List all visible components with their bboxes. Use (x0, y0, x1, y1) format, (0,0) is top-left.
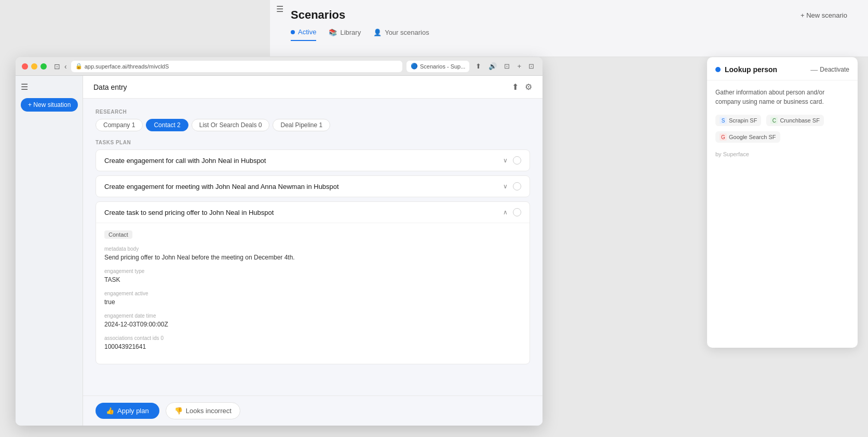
research-tab-deal[interactable]: Deal Pipeline 1 (273, 119, 330, 131)
extensions-icon[interactable]: ⊡ (526, 61, 536, 71)
task-2-title: Create engagement for meeting with John … (104, 183, 339, 190)
integration-crunchbase: C Crunchbase SF (766, 115, 823, 126)
looks-incorrect-button[interactable]: 👎 Looks incorrect (166, 402, 240, 419)
scenarios-header: Scenarios + New scenario (291, 0, 847, 22)
contact-badge: Contact (104, 230, 132, 239)
traffic-lights (22, 63, 47, 70)
address-text: app.superface.ai/threads/mivcldS (85, 63, 169, 70)
contact-field-group: Contact (104, 229, 521, 239)
hamburger-bg-icon[interactable]: ☰ (276, 4, 283, 14)
maximize-traffic-light[interactable] (40, 63, 47, 70)
task-2-chevron-icon[interactable]: ∨ (503, 183, 508, 190)
research-tabs: Company 1 Contact 2 List Or Search Deals… (96, 119, 530, 131)
google-icon: G (720, 133, 727, 141)
research-tab-contact[interactable]: Contact 2 (146, 119, 188, 131)
task-2-controls: ∨ (503, 182, 521, 190)
engagement-active-group: engagement active true (104, 291, 521, 306)
google-label: Google Search SF (729, 134, 776, 140)
minimize-traffic-light[interactable] (31, 63, 37, 70)
sound-icon[interactable]: 🔊 (486, 61, 499, 71)
engagement-type-value: TASK (104, 276, 521, 283)
task-1-title: Create engagement for call with John Nea… (104, 157, 266, 165)
tab-favicon: 🔵 (411, 63, 418, 70)
tab-your-scenarios[interactable]: 👤 Your scenarios (373, 28, 429, 41)
research-tab-list[interactable]: List Or Search Deals 0 (192, 119, 270, 131)
engagement-datetime-group: engagement date time 2024-12-03T09:00:00… (104, 313, 521, 328)
task-3-chevron-icon[interactable]: ∧ (503, 209, 508, 216)
integration-scrapin: S Scrapin SF (715, 115, 761, 126)
content-area: RESEARCH Company 1 Contact 2 List Or Sea… (83, 99, 542, 395)
top-bar-title: Data entry (93, 83, 127, 91)
browser-tab-controls: ⬆ 🔊 ⊡ + ⊡ (473, 61, 536, 71)
new-situation-button[interactable]: + New situation (21, 98, 78, 112)
lookup-description: Gather information about person and/or c… (715, 88, 849, 106)
lookup-title: Lookup person (725, 65, 777, 74)
browser-window: ⊡ ‹ 🔒 app.superface.ai/threads/mivcldS 🔵… (16, 57, 542, 426)
deactivate-area[interactable]: — Deactivate (810, 65, 849, 74)
task-1-circle-icon[interactable] (513, 156, 521, 165)
task-2-circle-icon[interactable] (513, 182, 521, 190)
thumbs-up-icon: 👍 (106, 407, 114, 415)
integration-google: G Google Search SF (715, 131, 780, 143)
scenarios-tabs: Active 📚 Library 👤 Your scenarios (291, 28, 847, 41)
research-label: RESEARCH (96, 109, 530, 115)
deactivate-label: Deactivate (820, 66, 849, 73)
scenarios-title: Scenarios (291, 8, 345, 22)
browser-tab[interactable]: 🔵 Scenarios - Sup... (406, 61, 469, 72)
tab-library[interactable]: 📚 Library (329, 28, 361, 41)
task-card-1-header[interactable]: Create engagement for call with John Nea… (96, 150, 530, 171)
engagement-datetime-label: engagement date time (104, 313, 521, 319)
tasks-plan-label: TASKS PLAN (96, 140, 530, 145)
tab-active[interactable]: Active (291, 28, 316, 41)
browser-content: ☰ + New situation Data entry ⬆ ⚙ RESEARC… (16, 76, 542, 426)
associations-value: 100043921641 (104, 343, 521, 350)
task-card-3-header[interactable]: Create task to send pricing offer to Joh… (96, 202, 530, 223)
main-content: Data entry ⬆ ⚙ RESEARCH Company 1 Contac… (83, 76, 542, 426)
task-3-controls: ∧ (503, 208, 521, 216)
scenarios-background: Scenarios + New scenario Active 📚 Librar… (270, 0, 868, 57)
task-3-expanded: Contact metadata body Send pricing offer… (96, 223, 530, 364)
metadata-body-value: Send pricing offer to John Neal before t… (104, 254, 521, 261)
new-scenario-button[interactable]: + New scenario (801, 11, 847, 19)
right-panel-body: Gather information about person and/or c… (707, 80, 858, 165)
metadata-body-label: metadata body (104, 246, 521, 252)
address-bar[interactable]: 🔒 app.superface.ai/threads/mivcldS (71, 61, 402, 72)
tab-label: Scenarios - Sup... (420, 63, 465, 70)
associations-group: associations contact ids 0 100043921641 (104, 335, 521, 350)
close-traffic-light[interactable] (22, 63, 28, 70)
top-bar-actions: ⬆ ⚙ (512, 82, 532, 92)
bottom-bar: 👍 Apply plan 👎 Looks incorrect (83, 395, 542, 426)
add-tab-icon[interactable]: + (515, 61, 523, 71)
metadata-body-group: metadata body Send pricing offer to John… (104, 246, 521, 261)
task-1-controls: ∨ (503, 156, 521, 165)
library-icon: 📚 (329, 29, 337, 36)
settings-icon[interactable]: ⚙ (525, 82, 532, 92)
task-card-3: Create task to send pricing offer to Joh… (96, 201, 530, 364)
sidebar-hamburger-icon[interactable]: ☰ (21, 82, 28, 92)
task-3-circle-icon[interactable] (513, 208, 521, 216)
browser-chrome: ⊡ ‹ 🔒 app.superface.ai/threads/mivcldS 🔵… (16, 57, 542, 76)
research-tab-company[interactable]: Company 1 (96, 119, 143, 131)
top-bar: Data entry ⬆ ⚙ (83, 76, 542, 99)
active-tab-dot (291, 30, 295, 34)
lock-icon: 🔒 (75, 63, 83, 70)
scrapin-icon: S (720, 117, 727, 124)
integrations: S Scrapin SF C Crunchbase SF G Google Se… (715, 115, 849, 143)
task-1-chevron-icon[interactable]: ∨ (503, 157, 508, 164)
sidebar-toggle-icon[interactable]: ⊡ (54, 62, 60, 71)
back-icon[interactable]: ‹ (64, 62, 67, 71)
task-3-title: Create task to send pricing offer to Joh… (104, 209, 274, 216)
share-icon[interactable]: ⬆ (473, 61, 483, 71)
apply-plan-button[interactable]: 👍 Apply plan (96, 403, 159, 419)
crunchbase-label: Crunchbase SF (780, 117, 819, 124)
thumbs-down-icon: 👎 (174, 407, 183, 415)
upload-icon[interactable]: ⬆ (512, 82, 519, 92)
task-card-2-header[interactable]: Create engagement for meeting with John … (96, 176, 530, 197)
task-card-2: Create engagement for meeting with John … (96, 175, 530, 197)
window-controls: ⊡ ‹ (54, 62, 67, 71)
by-superface: by Superface (715, 151, 849, 157)
engagement-type-label: engagement type (104, 268, 521, 274)
task-card-1: Create engagement for call with John Nea… (96, 149, 530, 171)
engagement-datetime-value: 2024-12-03T09:00:00Z (104, 321, 521, 328)
copy-icon[interactable]: ⊡ (502, 61, 512, 71)
